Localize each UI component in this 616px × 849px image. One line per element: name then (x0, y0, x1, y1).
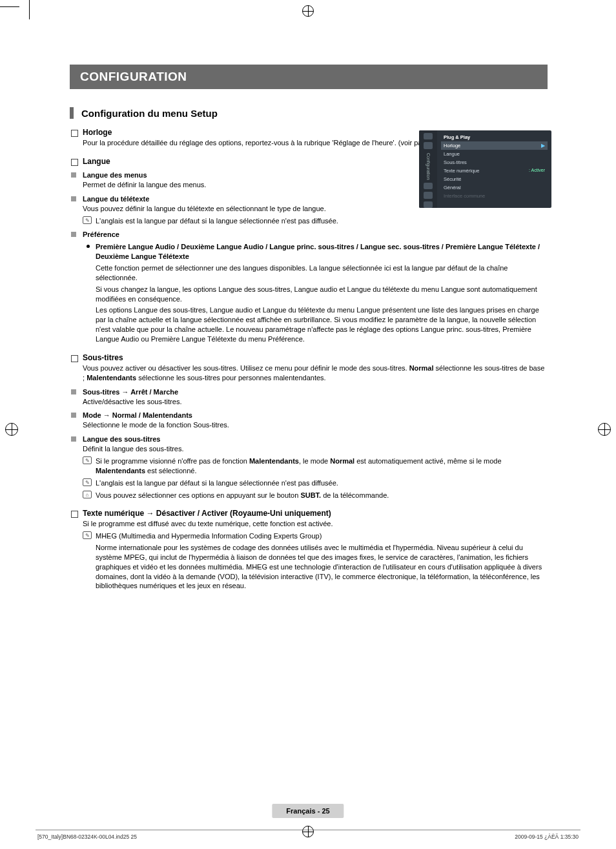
heading-bar-icon (70, 107, 74, 119)
page-content: CONFIGURATION Configuration du menu Setu… (70, 65, 548, 591)
subsection-heading: Sous-titres (83, 353, 548, 362)
item-soustitres-langue: Langue des sous-titres Définit la langue… (83, 435, 548, 500)
text: , le mode (299, 457, 330, 465)
registration-mark-icon (302, 5, 314, 17)
osd-icon (424, 142, 433, 148)
note-heading: MHEG (Multimedia and Hypermedia Informat… (96, 532, 322, 540)
item-heading: Préférence (83, 230, 548, 238)
note-icon: ✎ (83, 216, 92, 224)
item-heading: Langue du télétexte (83, 195, 548, 203)
body: Configuration Plug & Play Horloge ▶ Lang… (70, 128, 548, 591)
subsection-heading: Langue (83, 157, 548, 166)
note-icon: ✎ (83, 531, 92, 539)
text-bold: SUBT. (300, 491, 321, 499)
text: est sélectionné. (145, 467, 197, 475)
note-icon: ✎ (83, 478, 92, 486)
item-heading: Langue des sous-titres (83, 435, 548, 443)
note-block: ✎ MHEG (Multimedia and Hypermedia Inform… (83, 531, 548, 591)
crop-mark (0, 6, 19, 7)
section-title: Configuration du menu Setup (81, 108, 218, 119)
item-soustitres-onoff: Sous-titres → Arrêt / Marche Active/désa… (83, 388, 548, 407)
section-heading: Configuration du menu Setup (70, 107, 548, 119)
item-body: Sélectionne le mode de la fonction Sous-… (83, 420, 548, 430)
text-bold: Normal (409, 364, 434, 372)
subsection-texte-numerique: Texte numérique → Désactiver / Activer (… (70, 509, 548, 591)
text: de la télécommande. (321, 491, 389, 499)
item-body: Active/désactive les sous-titres. (83, 397, 548, 407)
text: Vous pouvez activer ou désactiver les so… (83, 364, 409, 372)
page-footer-left: [570_Italy]BN68-02324K-00L04.ind25 25 (37, 834, 137, 840)
note-body: Norme internationale pour les systèmes d… (96, 543, 548, 591)
text: Si le programme visionné n'offre pas de … (96, 457, 249, 465)
text: Vous pouvez sélectionner ces options en … (96, 491, 300, 499)
item-soustitres-mode: Mode → Normal / Malentendants Sélectionn… (83, 411, 548, 430)
chevron-right-icon: ▶ (541, 143, 545, 148)
text-bold: Normal (330, 457, 354, 465)
note-icon: ✎ (83, 456, 92, 464)
subsection-soustitres: Sous-titres Vous pouvez activer ou désac… (70, 353, 548, 383)
osd-item-label: Horloge (444, 143, 460, 148)
note-text: Si le programme visionné n'offre pas de … (96, 457, 502, 475)
subsection-body: Vous pouvez activer ou désactiver les so… (83, 363, 548, 383)
subsection-body: Si le programme est diffusé avec du text… (83, 519, 548, 529)
text-bold: Malentendants (87, 374, 136, 382)
item-heading: Sous-titres → Arrêt / Marche (83, 388, 548, 396)
note: ✎ Si le programme visionné n'offre pas d… (83, 456, 548, 476)
note: ✎ L'anglais est la langue par défaut si … (83, 478, 548, 488)
item-body: Vous pouvez définir la langue du télétex… (83, 204, 548, 214)
paragraph: Cette fonction permet de sélectionner un… (96, 263, 548, 283)
chapter-title: CONFIGURATION (70, 65, 548, 89)
crop-mark (29, 0, 30, 19)
text-bold: Malentendants (249, 457, 299, 465)
paragraph: Si vous changez la langue, les options L… (96, 285, 548, 304)
item-preference: Préférence (83, 230, 548, 238)
text-bold: Malentendants (96, 467, 145, 475)
registration-mark-icon (5, 423, 18, 436)
bullet-heading: Première Langue Audio / Deuxième Langue … (96, 242, 548, 261)
note-text: L'anglais est la langue par défaut si la… (96, 479, 338, 487)
osd-item-selected: Horloge ▶ (441, 141, 548, 150)
text: est automatiquement activé, même si le m… (354, 457, 501, 465)
item-langue-menus: Langue des menus Permet de définir la la… (83, 171, 548, 190)
page-sheet: CONFIGURATION Configuration du menu Setu… (0, 0, 616, 849)
registration-mark-icon (302, 826, 314, 837)
item-body: Définit la langue des sous-titres. (83, 444, 548, 454)
bullet-preference: Première Langue Audio / Deuxième Langue … (96, 242, 548, 343)
remote-icon: ⌂ (83, 491, 92, 498)
page-footer-right: 2009-09-15 ¿ÀÈÄ 1:35:30 (515, 834, 579, 840)
registration-mark-icon (598, 423, 611, 436)
note-text: Vous pouvez sélectionner ces options en … (96, 491, 389, 499)
subsection-heading: Texte numérique → Désactiver / Activer (… (83, 509, 548, 518)
note: ⌂ Vous pouvez sélectionner ces options e… (83, 491, 548, 500)
page-footer-center: Français - 25 (272, 804, 344, 818)
note-text: L'anglais est la langue par défaut si la… (96, 217, 338, 225)
text: sélectionne les sous-titres pour personn… (136, 374, 326, 382)
item-body: Permet de définir la langue des menus. (83, 180, 548, 190)
item-langue-teletexte: Langue du télétexte Vous pouvez définir … (83, 195, 548, 226)
subsection-heading: Horloge (83, 128, 548, 137)
subsection-langue: Langue (70, 157, 548, 166)
note: ✎ L'anglais est la langue par défaut si … (83, 216, 548, 226)
item-heading: Langue des menus (83, 171, 548, 179)
paragraph: Les options Langue des sous-titres, Lang… (96, 305, 548, 343)
item-heading: Mode → Normal / Malentendants (83, 411, 548, 419)
note: ✎ MHEG (Multimedia and Hypermedia Inform… (83, 531, 548, 591)
